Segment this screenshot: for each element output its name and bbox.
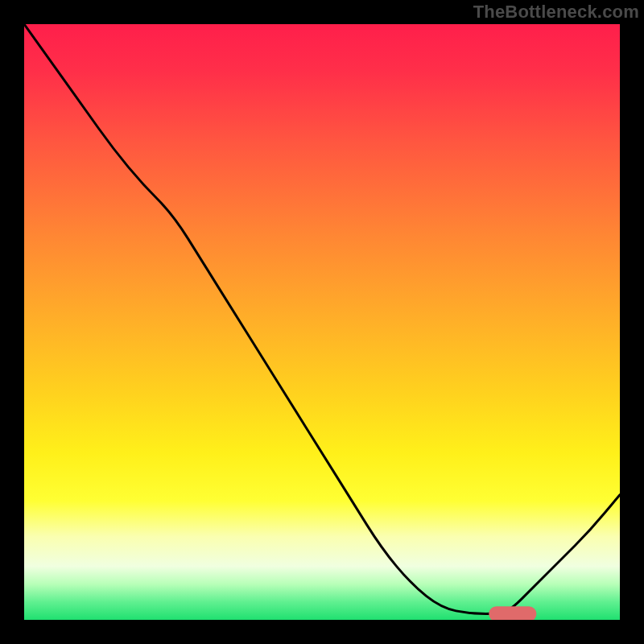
watermark-text: TheBottleneck.com <box>473 2 639 23</box>
bottleneck-chart <box>24 24 620 620</box>
plot-area <box>24 24 620 620</box>
gradient-background <box>24 24 620 620</box>
chart-frame: TheBottleneck.com <box>0 0 644 644</box>
optimal-marker <box>489 606 536 620</box>
